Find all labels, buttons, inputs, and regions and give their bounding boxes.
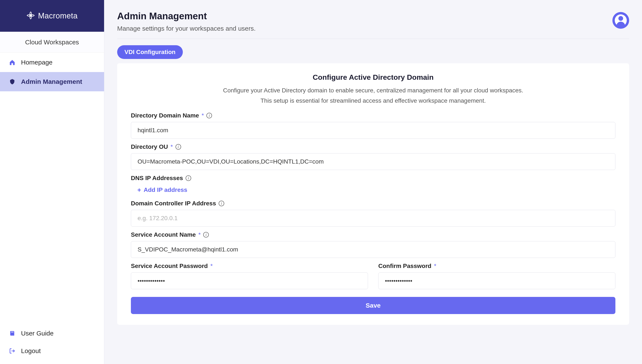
input-domain-name[interactable] [131,122,615,139]
input-service-account[interactable] [131,241,615,258]
info-icon[interactable]: i [203,232,209,238]
card-desc-line1: Configure your Active Directory domain t… [223,87,523,94]
input-confirm-password[interactable] [378,272,615,289]
label-domain-controller: Domain Controller IP Address [131,200,216,207]
password-row: Service Account Password * Confirm Passw… [131,262,615,289]
label-dns-ip: DNS IP Addresses [131,175,183,182]
label-directory-ou: Directory OU [131,144,168,150]
sidebar-item-user-guide[interactable]: User Guide [0,324,104,342]
input-directory-ou[interactable] [131,153,615,170]
required-marker: * [198,231,201,238]
sidebar-item-label: Admin Management [21,78,82,85]
page-header: Admin Management Manage settings for you… [117,11,629,39]
home-icon [9,59,16,66]
label-password: Service Account Password [131,262,208,270]
nav-main: Homepage Admin Management [0,53,104,324]
label-confirm-password: Confirm Password [378,262,431,270]
card-description: Configure your Active Directory domain t… [180,85,566,106]
tab-row: VDI Configuration [117,45,629,59]
brand-subtitle: Cloud Workspaces [0,32,104,53]
app-root: Macrometa Cloud Workspaces Homepage Admi… [0,0,642,364]
field-service-account-password: Service Account Password * [131,262,368,289]
required-marker: * [201,112,204,119]
info-icon[interactable]: i [219,201,224,206]
card-desc-line2: This setup is essential for streamlined … [260,97,486,104]
field-dns-ip: DNS IP Addresses i + Add IP address [131,175,615,195]
logout-icon [9,347,16,354]
page-subtitle: Manage settings for your workspaces and … [117,25,255,32]
field-service-account-name: Service Account Name * i [131,231,615,258]
field-confirm-password: Confirm Password * [378,262,615,289]
avatar-icon [615,14,627,26]
sidebar-item-label: Logout [21,347,41,354]
brand-header: Macrometa [0,0,104,32]
nav-bottom: User Guide Logout [0,324,104,364]
svg-rect-1 [11,332,14,332]
card-title: Configure Active Directory Domain [131,73,615,82]
user-avatar[interactable] [612,12,629,29]
sidebar-item-logout[interactable]: Logout [0,342,104,360]
sidebar-item-label: Homepage [21,59,53,66]
field-directory-domain-name: Directory Domain Name * i [131,112,615,139]
info-icon[interactable]: i [206,113,212,118]
admin-icon [9,78,16,85]
main-content: Admin Management Manage settings for you… [104,0,642,364]
info-icon[interactable]: i [176,144,181,150]
save-button[interactable]: Save [131,297,615,314]
sidebar: Macrometa Cloud Workspaces Homepage Admi… [0,0,104,364]
guide-icon [9,330,16,337]
label-service-account: Service Account Name [131,231,196,238]
field-domain-controller-ip: Domain Controller IP Address i [131,200,615,226]
brand-logo-icon [26,11,35,20]
info-icon[interactable]: i [186,175,191,181]
sidebar-item-label: User Guide [21,330,54,337]
tab-vdi-configuration[interactable]: VDI Configuration [117,45,183,59]
add-ip-label: Add IP address [144,186,187,193]
required-marker: * [210,262,213,270]
brand-name: Macrometa [38,11,78,20]
plus-icon: + [137,186,141,194]
sidebar-item-homepage[interactable]: Homepage [0,53,104,72]
label-domain-name: Directory Domain Name [131,112,199,119]
config-card: Configure Active Directory Domain Config… [117,63,629,325]
required-marker: * [434,262,436,270]
required-marker: * [171,144,173,150]
page-title: Admin Management [117,11,255,22]
sidebar-item-admin-management[interactable]: Admin Management [0,72,104,91]
input-domain-controller[interactable] [131,210,615,226]
add-ip-address-button[interactable]: + Add IP address [131,184,187,195]
input-password[interactable] [131,272,368,289]
field-directory-ou: Directory OU * i [131,144,615,170]
